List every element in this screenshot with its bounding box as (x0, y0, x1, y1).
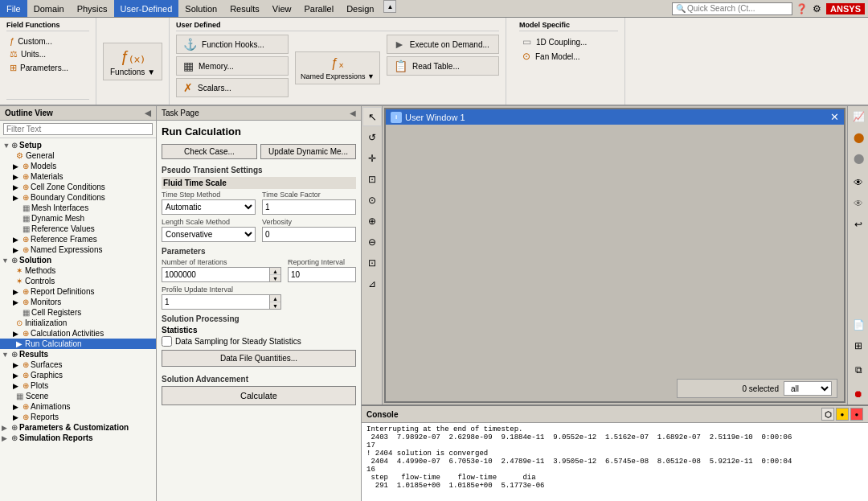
fr-texture-btn[interactable]: ⬤ (849, 149, 868, 168)
tree-boundary-conditions[interactable]: ▶ ⊕ Boundary Conditions (0, 192, 156, 203)
tree-params-customization[interactable]: ▶ ⊕ Parameters & Customization (0, 422, 156, 433)
reporting-interval-input[interactable] (288, 267, 356, 282)
fr-copy-btn[interactable]: ⧉ (849, 360, 868, 380)
check-case-btn[interactable]: Check Case... (162, 144, 257, 159)
fr-grid-btn[interactable]: ⊞ (849, 336, 868, 355)
vt-rotate-btn[interactable]: ↺ (362, 128, 382, 147)
calculate-btn[interactable]: Calculate (162, 386, 356, 405)
tree-reports[interactable]: ▶ ⊕ Reports (0, 412, 156, 422)
verbosity-input[interactable] (262, 227, 356, 242)
tree-animations[interactable]: ▶ ⊕ Animations (0, 401, 156, 412)
tree-models[interactable]: ▶ ⊕ Models (0, 161, 156, 171)
vt-select-btn[interactable]: ↖ (362, 107, 382, 126)
menu-item-file[interactable]: File (0, 0, 27, 17)
vt-zoom-all-btn[interactable]: ⊡ (362, 253, 382, 273)
console-content[interactable]: Interrupting at the end of timestep. 240… (362, 423, 868, 501)
menu-item-view[interactable]: View (266, 0, 298, 17)
menu-item-results[interactable]: Results (223, 0, 266, 17)
tree-graphics[interactable]: ▶ ⊕ Graphics (0, 370, 156, 380)
tree-scene[interactable]: ▦ Scene (0, 391, 156, 401)
search-box[interactable]: 🔍 (672, 2, 792, 15)
tree-solution[interactable]: ▼ ⊕ Solution (0, 255, 156, 265)
menu-item-solution[interactable]: Solution (178, 0, 223, 17)
filter-input[interactable] (3, 123, 153, 135)
fr-record-btn[interactable]: ⏺ (849, 384, 868, 404)
menu-item-parallel[interactable]: Parallel (297, 0, 340, 17)
task-page-collapse[interactable]: ◀ (350, 109, 356, 117)
scalars-btn[interactable]: ✗ Scalars... (176, 78, 289, 97)
tree-plots[interactable]: ▶ ⊕ Plots (0, 380, 156, 391)
tree-monitors[interactable]: ▶ ⊕ Monitors (0, 297, 156, 307)
vt-translate-btn[interactable]: ✛ (362, 149, 382, 168)
tree-setup[interactable]: ▼ ⊕ Setup (0, 140, 156, 150)
ff-parameters-btn[interactable]: ⊞ Parameters... (6, 61, 89, 75)
fr-undo-btn[interactable]: ↩ (849, 215, 868, 234)
tree-dynamic-mesh[interactable]: ▦ Dynamic Mesh (0, 213, 156, 224)
tree-surfaces[interactable]: ▶ ⊕ Surfaces (0, 359, 156, 370)
tree-results[interactable]: ▼ ⊕ Results (0, 349, 156, 359)
num-iter-up-btn[interactable]: ▲ (270, 268, 280, 275)
menu-item-design[interactable]: Design (340, 0, 380, 17)
tree-run-calculation[interactable]: ▶ Run Calculation (0, 339, 156, 349)
ff-units-btn[interactable]: ⚖ Units... (6, 47, 89, 61)
menu-item-physics[interactable]: Physics (71, 0, 114, 17)
tree-general[interactable]: ⚙ General (0, 150, 156, 161)
settings-icon[interactable]: ⚙ (811, 2, 823, 16)
menu-item-user-defined[interactable]: User-Defined (114, 0, 179, 17)
ff-custom-btn[interactable]: ƒ Custom... (6, 35, 89, 47)
1d-coupling-btn[interactable]: ▭ 1D Coupling... (519, 35, 618, 49)
setup-toggle: ▼ (2, 142, 11, 150)
tree-methods[interactable]: ✶ Methods (0, 265, 156, 276)
tree-named-expressions[interactable]: ▶ ⊕ Named Expressions (0, 244, 156, 255)
named-expressions-btn[interactable]: ƒₓ Named Expressions ▼ (295, 51, 380, 84)
vt-zoom-box-btn[interactable]: ⊡ (362, 170, 382, 189)
tree-calc-activities[interactable]: ▶ ⊕ Calculation Activities (0, 328, 156, 339)
help-icon[interactable]: ❓ (794, 2, 809, 16)
data-sampling-checkbox[interactable] (162, 336, 172, 347)
fr-color-btn[interactable]: ⬤ (849, 128, 868, 147)
read-table-btn[interactable]: 📋 Read Table... (387, 56, 499, 76)
tree-mesh-interfaces[interactable]: ▦ Mesh Interfaces (0, 203, 156, 213)
console-btn1[interactable]: ● (836, 408, 849, 421)
num-iterations-input[interactable] (162, 267, 270, 282)
tree-reference-frames[interactable]: ▶ ⊕ Reference Frames (0, 234, 156, 244)
tree-controls[interactable]: ✶ Controls (0, 276, 156, 286)
prof-update-down-btn[interactable]: ▼ (270, 302, 280, 309)
tree-cell-zone[interactable]: ▶ ⊕ Cell Zone Conditions (0, 182, 156, 192)
num-iter-down-btn[interactable]: ▼ (270, 275, 280, 281)
data-file-quantities-btn[interactable]: Data File Quantities... (162, 350, 356, 367)
vt-zoom-out-btn[interactable]: ⊖ (362, 232, 382, 252)
menu-item-domain[interactable]: Domain (27, 0, 71, 17)
execute-on-demand-btn[interactable]: ► Execute on Demand... (387, 35, 499, 54)
vt-zoom-in-btn[interactable]: ⊕ (362, 211, 382, 231)
tree-materials[interactable]: ▶ ⊕ Materials (0, 171, 156, 182)
tree-reference-values[interactable]: ▦ Reference Values (0, 224, 156, 234)
fr-eye-btn[interactable]: 👁 (849, 173, 868, 192)
tree-report-definitions[interactable]: ▶ ⊕ Report Definitions (0, 286, 156, 297)
console-expand-btn[interactable]: ⬡ (821, 408, 834, 421)
vt-center-btn[interactable]: ⊙ (362, 191, 382, 210)
functions-btn[interactable]: ƒ₍ₓ₎ Functions ▼ (103, 43, 162, 80)
vt-probe-btn[interactable]: ⊿ (362, 274, 382, 294)
user-window-close-btn[interactable]: ✕ (830, 111, 839, 123)
fr-log-btn[interactable]: 📄 (849, 315, 868, 335)
prof-update-up-btn[interactable]: ▲ (270, 295, 280, 302)
update-dynamic-btn[interactable]: Update Dynamic Me... (260, 144, 356, 159)
profile-update-input[interactable] (162, 294, 270, 310)
sr-icon: ⊕ (11, 433, 18, 442)
fr-eye-off-btn[interactable]: 👁 (849, 194, 868, 213)
length-scale-method-select[interactable]: Conservative (162, 227, 256, 242)
tree-initialization[interactable]: ⊙ Initialization (0, 318, 156, 328)
time-scale-factor-input[interactable] (262, 199, 356, 215)
time-step-method-select[interactable]: Automatic (162, 199, 256, 215)
search-input[interactable] (687, 4, 776, 13)
selected-filter-dropdown[interactable]: all (784, 381, 832, 396)
tree-cell-registers[interactable]: ▦ Cell Registers (0, 307, 156, 318)
outline-collapse-btn[interactable]: ◀ (145, 109, 151, 117)
console-btn2[interactable]: ● (850, 408, 863, 421)
fr-chart-btn[interactable]: 📈 (849, 107, 868, 126)
fan-model-btn[interactable]: ⊙ Fan Model... (519, 49, 618, 64)
tree-simulation-reports[interactable]: ▶ ⊕ Simulation Reports (0, 433, 156, 443)
function-hooks-btn[interactable]: ⚓ Function Hooks... (176, 35, 289, 54)
memory-btn[interactable]: ▦ Memory... (176, 56, 289, 76)
